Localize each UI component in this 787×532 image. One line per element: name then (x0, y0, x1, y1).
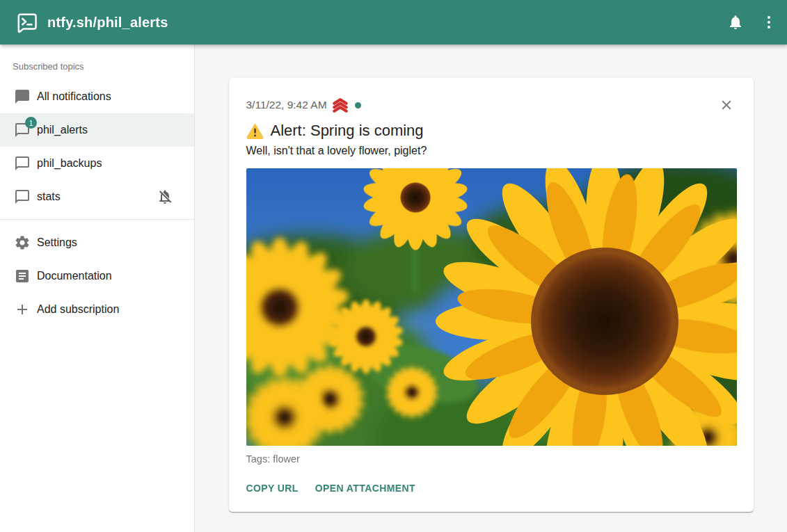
sidebar-item-label: All notifications (37, 90, 183, 103)
sidebar-item-label: phil_backups (37, 157, 183, 170)
notifications-button[interactable] (719, 6, 752, 39)
sidebar-item-label: stats (37, 191, 157, 203)
chat-bubble-outline-icon: 1 (14, 122, 31, 138)
sidebar-item-phil-alerts[interactable]: 1 phil_alerts (0, 113, 194, 147)
ntfy-logo-icon (15, 11, 38, 34)
main-content: 3/11/22, 9:42 AM Alert: Spring is coming (195, 45, 787, 532)
copy-url-button[interactable]: COPY URL (246, 483, 299, 494)
sidebar-item-add-subscription[interactable]: Add subscription (0, 293, 194, 326)
gear-icon (14, 234, 31, 251)
sidebar-item-documentation[interactable]: Documentation (0, 259, 194, 293)
priority-max-icon (331, 97, 349, 113)
sidebar-item-settings[interactable]: Settings (0, 226, 194, 259)
unread-dot (355, 102, 361, 108)
close-icon (719, 97, 734, 113)
notification-body: Well, isn't that a lovely flower, piglet… (246, 145, 737, 157)
notification-title: Alert: Spring is coming (271, 122, 424, 140)
chat-bubble-filled-icon (14, 88, 31, 105)
notification-timestamp: 3/11/22, 9:42 AM (246, 99, 327, 111)
open-attachment-button[interactable]: OPEN ATTACHMENT (315, 483, 415, 494)
bell-icon (727, 14, 744, 31)
kebab-menu-icon (761, 14, 777, 31)
subscribed-topics-heading: Subscribed topics (0, 45, 194, 80)
sidebar-item-label: Documentation (37, 270, 183, 282)
bell-off-icon (157, 188, 173, 205)
notification-actions: COPY URL OPEN ATTACHMENT (246, 483, 737, 494)
notification-tags: Tags: flower (246, 453, 737, 465)
sidebar-divider (0, 219, 194, 220)
chat-bubble-outline-icon (14, 155, 31, 172)
app-bar: ntfy.sh/phil_alerts (0, 0, 787, 45)
sidebar-item-phil-backups[interactable]: phil_backups (0, 147, 194, 180)
attachment-image[interactable] (246, 168, 737, 446)
page-title: ntfy.sh/phil_alerts (47, 15, 168, 31)
unread-count-badge: 1 (25, 117, 37, 129)
overflow-menu-button[interactable] (752, 6, 786, 39)
notification-card: 3/11/22, 9:42 AM Alert: Spring is coming (229, 78, 754, 512)
close-notification-button[interactable] (716, 95, 737, 115)
plus-icon (14, 301, 31, 318)
notification-title-row: Alert: Spring is coming (246, 122, 737, 140)
notification-header: 3/11/22, 9:42 AM (246, 95, 737, 115)
sidebar: Subscribed topics All notifications 1 ph… (0, 45, 195, 532)
chat-bubble-outline-icon (14, 188, 31, 205)
sidebar-item-label: Add subscription (37, 303, 183, 316)
sidebar-item-all-notifications[interactable]: All notifications (0, 80, 194, 113)
sidebar-item-label: Settings (37, 236, 183, 249)
sidebar-item-label: phil_alerts (37, 124, 183, 136)
warning-icon (246, 123, 264, 139)
article-icon (14, 268, 31, 284)
sidebar-item-stats[interactable]: stats (0, 180, 194, 213)
